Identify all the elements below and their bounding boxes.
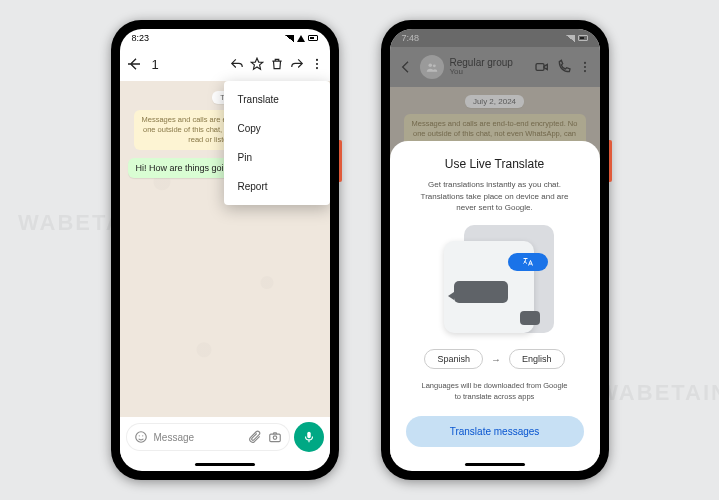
- input-bar: Message: [120, 417, 330, 457]
- status-icons: [285, 35, 318, 42]
- chat-area: July 2, 2024 Messages and calls are end-…: [390, 87, 600, 457]
- svg-point-2: [315, 67, 317, 69]
- emoji-icon[interactable]: [134, 430, 148, 444]
- menu-item-report[interactable]: Report: [224, 172, 330, 201]
- sheet-description: Get translations instantly as you chat. …: [406, 179, 584, 213]
- message-text: Hi! How are things goin: [136, 163, 229, 173]
- sheet-title: Use Live Translate: [406, 157, 584, 171]
- lang-to-chip[interactable]: English: [509, 349, 565, 369]
- phone-left: 8:23 1 To Messages and calls are end-to-…: [111, 20, 339, 480]
- menu-item-pin[interactable]: Pin: [224, 143, 330, 172]
- svg-point-0: [315, 59, 317, 61]
- nav-bar: [120, 457, 330, 471]
- more-icon[interactable]: [310, 57, 324, 71]
- svg-point-5: [142, 435, 143, 436]
- translate-button[interactable]: Translate messages: [406, 416, 584, 447]
- back-icon[interactable]: [126, 56, 142, 72]
- arrow-right-icon: →: [491, 354, 501, 365]
- message-input[interactable]: Message: [126, 423, 290, 451]
- nav-bar: [390, 457, 600, 471]
- language-row: Spanish → English: [406, 349, 584, 369]
- svg-point-1: [315, 63, 317, 65]
- reply-icon[interactable]: [230, 57, 244, 71]
- screen-right: 7:48 Regular group You July 2, 2024 Mess…: [390, 29, 600, 471]
- lang-from-chip[interactable]: Spanish: [424, 349, 483, 369]
- selected-count: 1: [152, 57, 159, 72]
- svg-rect-6: [269, 434, 280, 442]
- status-bar: 8:23: [120, 29, 330, 47]
- live-translate-sheet: Use Live Translate Get translations inst…: [390, 141, 600, 457]
- star-icon[interactable]: [250, 57, 264, 71]
- mic-button[interactable]: [294, 422, 324, 452]
- menu-item-copy[interactable]: Copy: [224, 114, 330, 143]
- input-placeholder: Message: [154, 432, 242, 443]
- svg-point-3: [135, 432, 146, 443]
- sheet-footnote: Languages will be downloaded from Google…: [406, 377, 584, 402]
- status-time: 8:23: [132, 33, 150, 43]
- camera-icon[interactable]: [268, 430, 282, 444]
- delete-icon[interactable]: [270, 57, 284, 71]
- illustration: [406, 225, 584, 333]
- attach-icon[interactable]: [248, 430, 262, 444]
- screen-left: 8:23 1 To Messages and calls are end-to-…: [120, 29, 330, 471]
- svg-point-7: [273, 436, 277, 440]
- svg-rect-8: [307, 432, 311, 438]
- forward-icon[interactable]: [290, 57, 304, 71]
- phone-right: 7:48 Regular group You July 2, 2024 Mess…: [381, 20, 609, 480]
- selection-toolbar: 1: [120, 47, 330, 81]
- context-menu: Translate Copy Pin Report: [224, 81, 330, 205]
- svg-point-4: [138, 435, 139, 436]
- chat-area: To Messages and calls are end-to-end enc…: [120, 81, 330, 417]
- menu-item-translate[interactable]: Translate: [224, 85, 330, 114]
- translate-chip-icon: [508, 253, 548, 271]
